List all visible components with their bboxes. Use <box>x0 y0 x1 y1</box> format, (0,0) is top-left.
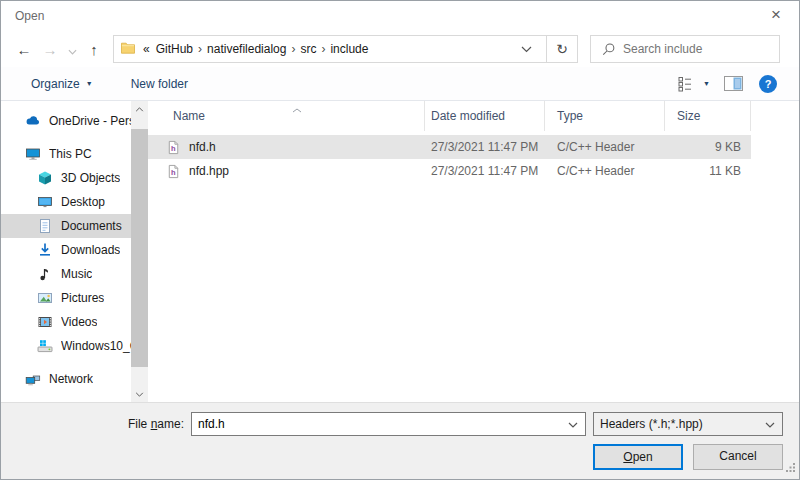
column-label: Type <box>557 109 583 123</box>
sort-ascending-icon <box>292 102 302 116</box>
sidebar-scrollbar[interactable] <box>131 101 148 402</box>
title-bar: Open × <box>1 1 799 31</box>
sidebar-item-music[interactable]: Music <box>1 262 131 286</box>
file-row-nfd-hpp[interactable]: h nfd.hpp 27/3/2021 11:47 PM C/C++ Heade… <box>148 159 751 183</box>
file-type-value: Headers (*.h;*.hpp) <box>594 417 765 431</box>
breadcrumb-src[interactable]: src <box>297 42 319 56</box>
file-name-label: File name: <box>1 412 184 436</box>
sidebar-item-label: Videos <box>61 315 97 329</box>
organize-button[interactable]: Organize ▼ <box>31 77 93 91</box>
column-label: Size <box>677 109 700 123</box>
sidebar-item-label: This PC <box>49 147 92 161</box>
views-caret-icon: ▼ <box>703 80 710 87</box>
command-toolbar: Organize ▼ New folder ▼ ? <box>1 67 799 101</box>
file-name: nfd.h <box>189 140 216 154</box>
column-label: Name <box>173 109 205 123</box>
open-dialog-window: Open × ← → ↑ « GitHub › nativefiledialog… <box>0 0 800 480</box>
breadcrumb-include[interactable]: include <box>327 42 371 56</box>
search-input[interactable] <box>623 42 779 56</box>
file-type: C/C++ Header <box>545 140 665 154</box>
svg-text:h: h <box>171 168 176 177</box>
history-dropdown-icon[interactable] <box>63 41 81 58</box>
forward-button[interactable]: → <box>37 41 63 58</box>
crumb-separator-icon: › <box>319 42 327 56</box>
sidebar-item-onedrive[interactable]: OneDrive - Personal <box>1 109 131 133</box>
preview-pane-icon <box>724 76 743 91</box>
file-type-select[interactable]: Headers (*.h;*.hpp) <box>593 412 783 436</box>
close-icon[interactable]: × <box>759 1 793 31</box>
column-label: Date modified <box>431 109 505 123</box>
crumb-separator-icon: › <box>196 42 204 56</box>
sidebar-item-videos[interactable]: Videos <box>1 310 131 334</box>
navigation-bar: ← → ↑ « GitHub › nativefiledialog › src … <box>1 31 799 67</box>
pictures-icon <box>37 290 53 306</box>
sidebar-item-windows10-os[interactable]: Windows10_OS (C:) <box>1 334 131 358</box>
change-view-button[interactable]: ▼ <box>678 76 710 92</box>
search-icon <box>601 42 616 57</box>
address-dropdown-icon[interactable] <box>513 42 540 56</box>
scroll-up-icon[interactable] <box>131 101 148 117</box>
folder-icon <box>120 40 136 59</box>
videos-icon <box>37 314 53 330</box>
window-title: Open <box>15 1 44 31</box>
sidebar-item-desktop[interactable]: Desktop <box>1 190 131 214</box>
file-name: nfd.hpp <box>189 164 229 178</box>
svg-text:h: h <box>171 144 176 153</box>
file-row-nfd-h[interactable]: h nfd.h 27/3/2021 11:47 PM C/C++ Header … <box>148 135 751 159</box>
cancel-button[interactable]: Cancel <box>693 444 783 470</box>
toolbar-right-group: ▼ ? <box>664 75 777 93</box>
sidebar-item-3d-objects[interactable]: 3D Objects <box>1 166 131 190</box>
column-header-date-modified[interactable]: Date modified <box>425 101 545 131</box>
documents-icon <box>37 218 53 234</box>
column-header-type[interactable]: Type <box>545 101 665 131</box>
help-button[interactable]: ? <box>759 75 777 93</box>
navigation-pane: OneDrive - Personal This PC 3D Objects D… <box>1 101 131 402</box>
file-date: 27/3/2021 11:47 PM <box>425 140 545 154</box>
sidebar-item-label: Music <box>61 267 92 281</box>
file-type-dropdown-icon <box>765 417 775 431</box>
sidebar-item-label: Pictures <box>61 291 104 305</box>
file-date: 27/3/2021 11:47 PM <box>425 164 545 178</box>
new-folder-button[interactable]: New folder <box>131 77 188 91</box>
column-header-size[interactable]: Size <box>665 101 751 131</box>
resize-grip[interactable] <box>786 462 796 476</box>
refresh-button[interactable]: ↻ <box>547 35 578 63</box>
os-drive-icon <box>37 338 53 354</box>
header-file-icon: h <box>166 164 181 179</box>
crumb-separator-icon: › <box>289 42 297 56</box>
network-icon <box>25 371 41 387</box>
address-bar[interactable]: « GitHub › nativefiledialog › src › incl… <box>113 35 547 63</box>
downloads-icon <box>37 242 53 258</box>
sidebar-item-pictures[interactable]: Pictures <box>1 286 131 310</box>
3d-objects-cube-icon <box>37 170 53 186</box>
sidebar-item-documents[interactable]: Documents <box>1 214 131 238</box>
sidebar-item-network[interactable]: Network <box>1 367 131 391</box>
file-name-dropdown-icon[interactable] <box>568 417 578 431</box>
sidebar-item-label: OneDrive - Personal <box>49 114 131 128</box>
breadcrumb-nativefiledialog[interactable]: nativefiledialog <box>204 42 289 56</box>
sidebar-item-label: 3D Objects <box>61 171 120 185</box>
sidebar-item-label: Desktop <box>61 195 105 209</box>
breadcrumb-github[interactable]: GitHub <box>153 42 196 56</box>
list-header: Name Date modified Type Size <box>148 101 799 131</box>
back-button[interactable]: ← <box>11 41 37 58</box>
preview-pane-button[interactable] <box>724 76 743 91</box>
scroll-down-icon[interactable] <box>131 386 148 402</box>
this-pc-icon <box>25 146 41 162</box>
column-header-name[interactable]: Name <box>148 101 425 131</box>
scrollbar-thumb[interactable] <box>131 129 148 367</box>
organize-label: Organize <box>31 77 80 91</box>
breadcrumb-overflow[interactable]: « <box>140 42 153 56</box>
file-rows: h nfd.h 27/3/2021 11:47 PM C/C++ Header … <box>148 135 799 183</box>
sidebar-item-label: Documents <box>61 219 122 233</box>
sidebar-item-this-pc[interactable]: This PC <box>1 142 131 166</box>
up-button[interactable]: ↑ <box>81 41 107 58</box>
open-button[interactable]: Open <box>593 444 683 470</box>
details-view-icon <box>678 76 697 92</box>
file-name-input[interactable] <box>192 417 568 431</box>
music-note-icon <box>37 266 53 282</box>
sidebar-item-downloads[interactable]: Downloads <box>1 238 131 262</box>
sidebar-item-label: Windows10_OS (C:) <box>61 339 131 353</box>
new-folder-label: New folder <box>131 77 188 91</box>
main-area: OneDrive - Personal This PC 3D Objects D… <box>1 101 799 402</box>
